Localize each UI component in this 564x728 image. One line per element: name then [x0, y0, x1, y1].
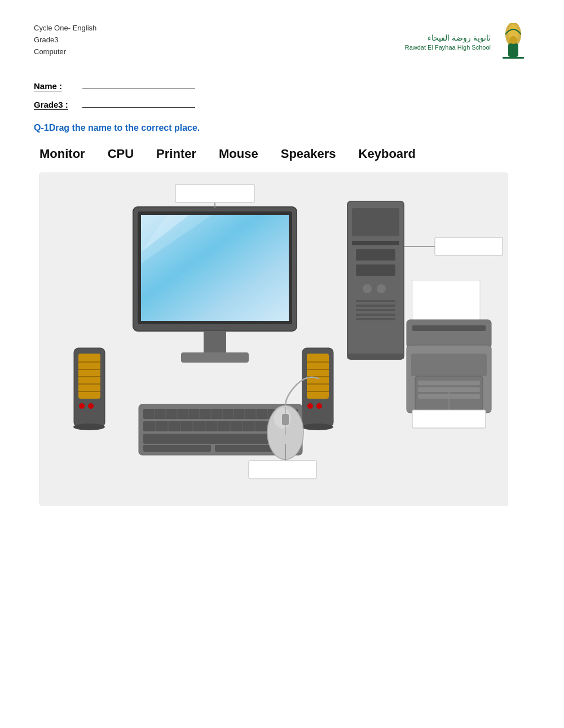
svg-rect-95	[412, 410, 486, 428]
header-line2: Grade3	[34, 34, 96, 46]
svg-rect-2	[508, 43, 518, 57]
school-info: Cycle One- English Grade3 Computer	[34, 23, 96, 58]
svg-rect-46	[412, 280, 480, 325]
name-row: Name :	[34, 79, 530, 91]
grade-label: Grade3 :	[34, 100, 79, 109]
drag-word-keyboard[interactable]: Keyboard	[359, 147, 416, 161]
fields-section: Name : Grade3 :	[34, 79, 530, 109]
svg-rect-52	[418, 381, 480, 385]
svg-rect-41	[356, 305, 395, 307]
svg-point-15	[73, 423, 105, 430]
svg-rect-89	[175, 184, 254, 202]
drag-word-speakers[interactable]: Speakers	[281, 147, 336, 161]
svg-point-38	[363, 284, 372, 293]
header-line1: Cycle One- English	[34, 23, 96, 34]
svg-point-32	[302, 423, 333, 430]
svg-rect-44	[356, 318, 395, 320]
page-header: Cycle One- English Grade3 Computer ثانوي…	[34, 23, 530, 62]
header-line3: Computer	[34, 46, 96, 58]
svg-rect-7	[78, 354, 100, 399]
svg-rect-21	[204, 331, 226, 354]
logo-text: ثانوية روضة الفيحاء Rawdat El Fayhaa Hig…	[405, 33, 491, 52]
svg-rect-34	[352, 208, 399, 236]
svg-rect-42	[356, 309, 395, 311]
drag-word-cpu[interactable]: CPU	[108, 147, 134, 161]
svg-rect-87	[282, 414, 289, 425]
grade-input-line[interactable]	[82, 98, 195, 108]
logo-area: ثانوية روضة الفيحاء Rawdat El Fayhaa Hig…	[405, 23, 530, 62]
svg-rect-59	[143, 445, 211, 452]
svg-rect-45	[347, 354, 404, 359]
school-logo	[496, 23, 530, 62]
question-heading: Q-1Drag the name to the correct place.	[34, 123, 530, 133]
svg-rect-47	[407, 320, 491, 348]
name-input-line[interactable]	[82, 79, 195, 89]
svg-point-30	[307, 403, 313, 409]
svg-point-14	[88, 403, 94, 409]
svg-rect-40	[356, 300, 395, 302]
computer-parts-svg	[40, 173, 508, 506]
grade-row: Grade3 :	[34, 98, 530, 109]
svg-rect-91	[435, 237, 503, 255]
svg-point-31	[316, 403, 322, 409]
svg-rect-24	[307, 354, 329, 399]
drag-word-mouse[interactable]: Mouse	[219, 147, 258, 161]
drag-word-monitor[interactable]: Monitor	[39, 147, 85, 161]
svg-rect-4	[503, 57, 524, 59]
svg-rect-43	[356, 314, 395, 316]
illustration-wrapper	[40, 173, 507, 505]
svg-rect-48	[412, 325, 486, 331]
drag-word-printer[interactable]: Printer	[156, 147, 196, 161]
computer-illustration-container	[39, 173, 508, 505]
svg-rect-36	[356, 249, 395, 261]
svg-point-13	[79, 403, 85, 409]
name-label: Name :	[34, 81, 79, 91]
svg-point-39	[377, 284, 386, 293]
svg-point-3	[509, 36, 517, 44]
svg-rect-22	[181, 352, 249, 363]
svg-rect-37	[356, 264, 395, 276]
svg-rect-93	[249, 461, 316, 479]
svg-rect-50	[411, 354, 487, 376]
svg-rect-35	[352, 241, 399, 245]
drag-words-row: Monitor CPU Printer Mouse Speakers Keybo…	[34, 147, 530, 161]
